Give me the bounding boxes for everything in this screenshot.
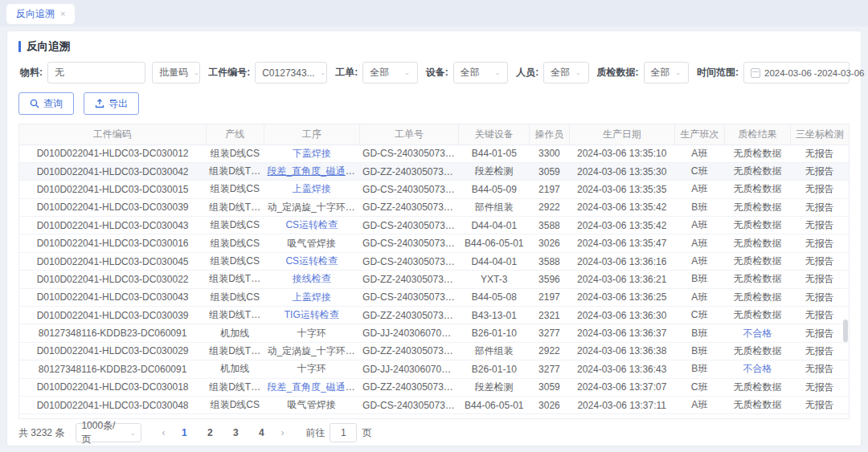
cell-process-link[interactable]: 段差_直角度_磁通量检查 bbox=[267, 165, 359, 177]
cell-process-link[interactable]: 上盖焊接 bbox=[293, 183, 331, 194]
query-button[interactable]: 查询 bbox=[18, 92, 74, 115]
cell-workorder-no: GD-ZZ-2403050739110 bbox=[359, 271, 459, 288]
cell-operator: 3026 bbox=[530, 234, 570, 252]
goto-label: 前往 bbox=[305, 426, 325, 440]
cell-workpiece-code: 80127348116-KDDB23-DC060091 bbox=[19, 324, 206, 342]
cell-qc-result: 无质检数据 bbox=[724, 145, 791, 162]
cell-production-line: 组装D线CS bbox=[206, 288, 264, 306]
prev-page-button[interactable]: ‹ bbox=[154, 427, 172, 438]
cell-process: TIG运转检查 bbox=[264, 307, 359, 324]
column-header: 工件编码 bbox=[19, 124, 206, 145]
export-button[interactable]: 导出 bbox=[84, 92, 139, 115]
cell-operator: 2922 bbox=[530, 342, 570, 360]
cell-key-equipment: B43-13-01 bbox=[459, 307, 530, 324]
column-header: 质检结果 bbox=[724, 124, 791, 145]
vertical-scrollbar-thumb[interactable] bbox=[843, 320, 848, 342]
cell-production-date: 2024-03-06 13:37:11 bbox=[569, 396, 674, 413]
cell-process-link[interactable]: CS运转检查 bbox=[285, 255, 338, 267]
main-panel: 反向追溯 物料: 无 批量码⌄ 工件编号: C0127343...⌄ 工单: 全… bbox=[6, 31, 862, 446]
table-row: D010D022041-HLDC03-DC030022组装D线TIG接线检查GD… bbox=[19, 271, 849, 288]
cell-shift: B班 bbox=[674, 324, 724, 342]
tab-close-icon[interactable]: × bbox=[60, 10, 65, 18]
cell-shift: A班 bbox=[674, 252, 724, 270]
workorder-select[interactable]: 全部⌄ bbox=[362, 62, 418, 83]
cell-cmm-report: 无报告 bbox=[791, 396, 849, 413]
filter-toolbar: 物料: 无 批量码⌄ 工件编号: C0127343...⌄ 工单: 全部⌄ 设备… bbox=[18, 62, 850, 83]
cell-workpiece-code: D010D022041-HLDC03-DC030039 bbox=[19, 198, 206, 216]
cell-process-link[interactable]: 接线检查 bbox=[293, 273, 331, 284]
cell-workpiece-code: 80127348116-KDDB23-DC060091 bbox=[19, 360, 206, 378]
table-row: D010D022041-HLDC03-DC030043组装D线CS上盖焊接GD-… bbox=[19, 288, 849, 306]
cell-qc-result: 无质检数据 bbox=[724, 414, 791, 419]
cell-production-date: 2024-03-06 13:36:43 bbox=[569, 360, 674, 378]
cell-production-line: 组装D线TIG bbox=[206, 378, 264, 396]
cell-workpiece-code: D010D022041-HLDC03-DC030018 bbox=[19, 378, 206, 396]
cell-process-link[interactable]: CS运转检查 bbox=[285, 417, 338, 419]
person-select[interactable]: 全部⌄ bbox=[543, 62, 588, 83]
cell-process-link[interactable]: 上盖焊接 bbox=[293, 291, 331, 303]
page-number-2[interactable]: 2 bbox=[201, 427, 219, 438]
cell-process-link[interactable]: TIG运转检查 bbox=[285, 309, 339, 320]
cell-qc-result-link[interactable]: 不合格 bbox=[743, 328, 772, 339]
workpiece-select[interactable]: C0127343...⌄ bbox=[255, 62, 327, 83]
qc-data-label: 质检数据: bbox=[597, 66, 639, 79]
cell-workorder-no: GD-CS-2403050739112 bbox=[359, 288, 459, 306]
cell-cmm-report: 无报告 bbox=[791, 198, 849, 216]
cell-qc-result: 无质检数据 bbox=[724, 198, 791, 216]
cell-workpiece-code: D010D022041-HLDC03-DC030039 bbox=[19, 307, 206, 324]
column-header: 操作员 bbox=[530, 124, 570, 145]
cell-operator: 3277 bbox=[530, 360, 570, 378]
cell-workorder-no: GD-CS-2403050739112 bbox=[359, 181, 459, 198]
date-range-picker[interactable]: 2024-03-06 -2024-03-06 bbox=[743, 62, 850, 83]
tab-label: 反向追溯 bbox=[16, 7, 55, 21]
table-row: 80127348116-KDDB23-DC060091机加线十字环GD-JJ-2… bbox=[19, 360, 849, 378]
table-row: D010D022041-HLDC03-DC030016组装D线CS吸气管焊接GD… bbox=[19, 234, 849, 252]
device-select[interactable]: 全部⌄ bbox=[453, 62, 509, 83]
cell-workorder-no: GD-CS-2403050739113 bbox=[359, 234, 459, 252]
batch-code-select[interactable]: 批量码⌄ bbox=[152, 62, 200, 83]
cell-operator: 3300 bbox=[530, 145, 570, 162]
cell-key-equipment: B44-06-05-01 bbox=[459, 234, 530, 252]
cell-workpiece-code: D010D022041-HLDC03-DC030015 bbox=[19, 181, 206, 198]
cell-qc-result: 无质检数据 bbox=[724, 252, 791, 270]
cell-key-equipment: B44-05-08 bbox=[459, 288, 530, 306]
cell-operator: 2197 bbox=[530, 181, 570, 198]
cell-qc-result: 不合格 bbox=[724, 360, 791, 378]
table-row: D010D022041-HLDC03-DC030019组装D线CSCS运转检查G… bbox=[19, 414, 849, 419]
cell-qc-result: 无质检数据 bbox=[724, 396, 791, 413]
page-number-list: 1234 bbox=[175, 427, 270, 438]
cell-shift: A班 bbox=[674, 181, 724, 198]
cell-process-link[interactable]: 下盖焊接 bbox=[293, 148, 331, 159]
cell-shift: B班 bbox=[674, 271, 724, 288]
cell-process-link[interactable]: CS运转检查 bbox=[285, 219, 338, 230]
qc-data-select[interactable]: 全部⌄ bbox=[644, 62, 689, 83]
page-number-4[interactable]: 4 bbox=[252, 427, 270, 438]
cell-process: CS运转检查 bbox=[264, 217, 359, 234]
cell-key-equipment: 部件组装 bbox=[459, 342, 530, 360]
next-page-button[interactable]: › bbox=[273, 427, 291, 438]
cell-key-equipment: D44-04-01 bbox=[459, 252, 530, 270]
table-row: D010D022041-HLDC03-DC030045组装D线CSCS运转检查G… bbox=[19, 252, 849, 270]
cell-qc-result-link[interactable]: 不合格 bbox=[743, 363, 772, 374]
page-number-3[interactable]: 3 bbox=[227, 427, 244, 438]
tab-bar: 反向追溯 × bbox=[0, 0, 868, 26]
search-icon bbox=[30, 99, 39, 108]
cell-process-link[interactable]: 段差_直角度_磁通量检查 bbox=[267, 381, 359, 393]
page-number-1[interactable]: 1 bbox=[175, 427, 193, 438]
cell-workpiece-code: D010D022041-HLDC03-DC030043 bbox=[19, 217, 206, 234]
cell-key-equipment: B44-01-05 bbox=[459, 145, 530, 162]
goto-page-input[interactable] bbox=[330, 423, 357, 442]
title-accent-bar bbox=[18, 41, 21, 52]
tab-reverse-trace[interactable]: 反向追溯 × bbox=[6, 4, 75, 24]
material-input[interactable]: 无 bbox=[47, 62, 145, 83]
column-header: 关键设备 bbox=[459, 124, 530, 145]
table-row: D010D022041-HLDC03-DC030042组装D线TIG段差_直角度… bbox=[19, 162, 849, 180]
cell-production-line: 组装D线TIG bbox=[206, 307, 264, 324]
table-row: D010D022041-HLDC03-DC030039组装D线TIG动_定涡旋_… bbox=[19, 198, 849, 216]
page-size-select[interactable]: 1000条/页⌄ bbox=[76, 423, 141, 442]
cell-shift: B班 bbox=[674, 198, 724, 216]
cell-workorder-no: GD-ZZ-2403050739114 bbox=[359, 342, 459, 360]
cell-production-date: 2024-03-06 13:36:25 bbox=[569, 288, 674, 306]
cell-process: 十字环 bbox=[264, 324, 359, 342]
cell-workpiece-code: D010D022041-HLDC03-DC030016 bbox=[19, 234, 206, 252]
